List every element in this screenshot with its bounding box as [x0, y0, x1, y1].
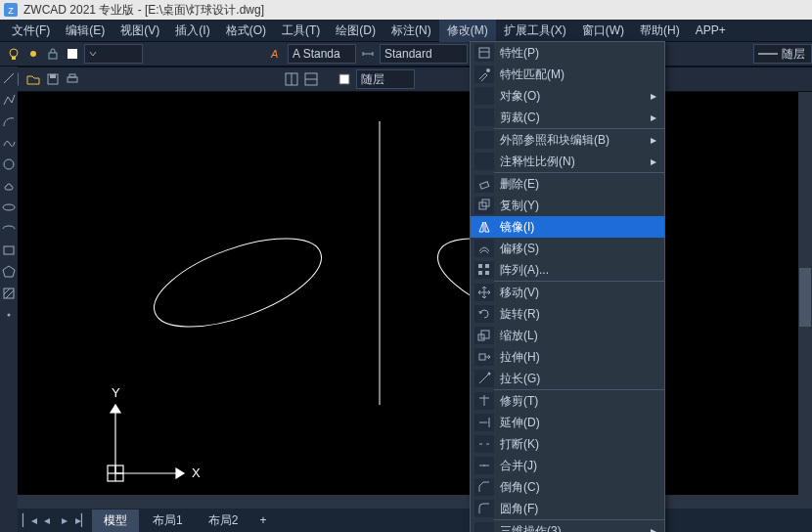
nav-last-icon[interactable]: ▸▏ [74, 512, 90, 528]
spline-tool-icon[interactable] [1, 135, 17, 151]
svg-rect-58 [479, 354, 485, 360]
menu-插入[interactable]: 插入(I) [167, 20, 217, 42]
menu-绘图[interactable]: 绘图(D) [328, 20, 383, 42]
svg-rect-53 [478, 271, 482, 275]
svg-rect-22 [4, 246, 14, 254]
menu-item-label: 修剪(T) [494, 393, 658, 410]
color-box-icon[interactable] [337, 71, 352, 87]
menu-工具[interactable]: 工具(T) [274, 20, 328, 42]
menu-item-缩放l[interactable]: 缩放(L) [471, 325, 664, 346]
menu-文件[interactable]: 文件(F) [4, 20, 58, 42]
arc-tool-icon[interactable] [1, 113, 17, 129]
linetype-dropdown[interactable]: 随层 [753, 44, 812, 64]
menu-标注[interactable]: 标注(N) [383, 20, 439, 42]
menu-item-三维操作3[interactable]: 三维操作(3)▸ [471, 520, 664, 532]
svg-point-45 [486, 68, 490, 72]
svg-rect-52 [485, 264, 489, 268]
dim-style-icon[interactable] [360, 46, 376, 62]
menu-视图[interactable]: 视图(V) [113, 20, 167, 42]
save-icon[interactable] [45, 71, 61, 87]
tab-layout2[interactable]: 布局2 [197, 510, 250, 532]
svg-line-59 [479, 374, 489, 383]
tab-add-layout[interactable]: + [251, 510, 273, 530]
hatch-tool-icon[interactable] [1, 286, 17, 301]
left-tool-palette [0, 66, 18, 532]
menu-扩展工具[interactable]: 扩展工具(X) [496, 20, 574, 42]
menu-item-label: 缩放(L) [494, 328, 658, 344]
grid1-icon[interactable] [284, 71, 299, 87]
menu-item-倒角c[interactable]: 倒角(C) [471, 476, 664, 498]
menu-item-特性p[interactable]: 特性(P) [471, 42, 664, 64]
color-dropdown[interactable]: 随层 [356, 69, 415, 89]
svg-point-69 [483, 465, 485, 466]
submenu-arrow-icon: ▸ [651, 524, 658, 532]
menu-item-label: 打断(K) [494, 436, 658, 453]
svg-point-60 [488, 373, 491, 376]
menu-item-label: 镜像(I) [494, 219, 658, 236]
menu-格式[interactable]: 格式(O) [218, 20, 274, 42]
open-icon[interactable] [25, 71, 41, 87]
menu-item-对象o[interactable]: 对象(O)▸ [471, 85, 664, 107]
bulb-icon[interactable] [6, 46, 22, 62]
polyline-tool-icon[interactable] [1, 92, 17, 108]
print-icon[interactable] [65, 71, 80, 87]
menu-item-label: 特性(P) [494, 45, 658, 62]
props-icon [474, 44, 494, 62]
fillet-icon [474, 500, 494, 517]
menu-item-圆角f[interactable]: 圆角(F) [471, 498, 664, 519]
tab-model[interactable]: 模型 [92, 510, 139, 532]
submenu-arrow-icon: ▸ [651, 89, 658, 103]
menu-item-延伸d[interactable]: 延伸(D) [471, 412, 664, 433]
lock-icon[interactable] [45, 46, 61, 62]
menu-item-拉长g[interactable]: 拉长(G) [471, 368, 664, 389]
menu-item-复制y[interactable]: 复制(Y) [471, 195, 664, 216]
menu-编辑[interactable]: 编辑(E) [58, 20, 113, 42]
revcloud-tool-icon[interactable] [1, 178, 17, 194]
text-style-dropdown[interactable]: A Standa [288, 44, 356, 64]
svg-rect-18 [339, 74, 349, 84]
menu-item-修剪t[interactable]: 修剪(T) [471, 390, 664, 412]
sun-icon[interactable] [25, 46, 41, 62]
menu-app+[interactable]: APP+ [688, 21, 734, 40]
menu-item-删除e[interactable]: 删除(E) [471, 173, 664, 195]
annotation-icon[interactable]: A [268, 46, 284, 62]
rect-tool-icon[interactable] [1, 243, 17, 258]
color-value: 随层 [361, 71, 384, 88]
menu-item-外部参照和块编辑b[interactable]: 外部参照和块编辑(B)▸ [471, 129, 664, 151]
menu-item-阵列a[interactable]: 阵列(A)... [471, 259, 664, 281]
nav-first-icon[interactable]: ▏◂ [22, 512, 37, 528]
menu-item-拉伸h[interactable]: 拉伸(H) [471, 346, 664, 368]
menu-窗口[interactable]: 窗口(W) [574, 20, 632, 42]
grid2-icon[interactable] [303, 71, 319, 87]
color-icon[interactable] [65, 46, 80, 62]
tab-layout1[interactable]: 布局1 [141, 510, 195, 532]
layout-tab-strip: ▏◂ ◂ ▸ ▸▏ 模型 布局1 布局2 + [18, 509, 812, 532]
layer-dropdown[interactable] [84, 44, 143, 64]
menu-item-注释性比例n[interactable]: 注释性比例(N)▸ [471, 151, 664, 172]
menu-item-移动v[interactable]: 移动(V) [471, 282, 664, 303]
ellipse-arc-tool-icon[interactable] [1, 221, 17, 237]
menu-item-特性匹配m[interactable]: 特性匹配(M) [471, 64, 664, 85]
dim-style-dropdown[interactable]: Standard [380, 44, 468, 64]
nav-next-icon[interactable]: ▸ [57, 512, 72, 528]
menu-item-旋转r[interactable]: 旋转(R) [471, 303, 664, 325]
menu-修改[interactable]: 修改(M) [439, 20, 496, 42]
menu-item-合并j[interactable]: 合并(J) [471, 455, 664, 476]
line-tool-icon[interactable] [1, 70, 17, 86]
axis-x-label: X [192, 466, 201, 480]
menu-item-剪裁c[interactable]: 剪裁(C)▸ [471, 107, 664, 128]
menu-item-偏移s[interactable]: 偏移(S) [471, 238, 664, 259]
menu-item-镜像i[interactable]: 镜像(I) [471, 216, 664, 238]
polygon-tool-icon[interactable] [1, 264, 17, 280]
drawing-canvas[interactable]: X Y [18, 92, 812, 509]
menu-帮助[interactable]: 帮助(H) [632, 20, 688, 42]
menu-item-打断k[interactable]: 打断(K) [471, 433, 664, 455]
app-logo-icon: Z [4, 3, 18, 17]
submenu-arrow-icon: ▸ [651, 111, 658, 124]
toolbar: A A Standa Standard 随层 [0, 41, 812, 66]
circle-tool-icon[interactable] [1, 156, 17, 172]
nav-prev-icon[interactable]: ◂ [39, 512, 55, 528]
ellipse-tool-icon[interactable] [1, 200, 17, 215]
rotate-icon [474, 305, 494, 323]
point-tool-icon[interactable] [1, 307, 17, 323]
